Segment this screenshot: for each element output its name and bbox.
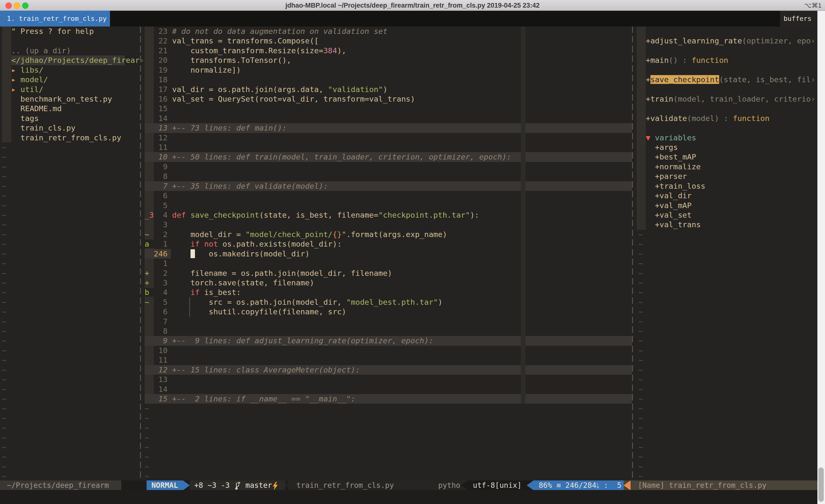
code-window[interactable]: 23 # do not do data augmentation on vali… [145, 26, 632, 481]
powerline-separator-icon [527, 481, 534, 490]
code-line[interactable]: 23 # do not do data augmentation on vali… [145, 26, 387, 36]
tag-variable[interactable]: +normalize [646, 162, 701, 172]
tag-variable[interactable]: +parser [646, 172, 687, 181]
gutter-sign-empty [145, 152, 154, 161]
code-line[interactable]: 9 +-- 9 lines: def adjust_learning_rate(… [145, 336, 632, 345]
code-line[interactable]: 13 [145, 375, 172, 384]
tree-file[interactable]: benchmark_on_test.py [11, 94, 112, 104]
code-line[interactable]: 21 custom_transform.Resize(size=384), [145, 46, 346, 56]
tag-variable[interactable]: +best_mAP [646, 152, 696, 162]
tree-file[interactable]: train_retr_from_cls.py [11, 133, 121, 143]
code-line[interactable]: a 1 if not os.path.exists(model_dir): [145, 239, 342, 249]
statusline-git[interactable]: +8 ~3 -3 master [190, 481, 285, 490]
window-separator[interactable] [140, 26, 141, 481]
empty-buffer-line: ~ [639, 442, 643, 452]
empty-buffer-line: ~ [2, 210, 7, 220]
code-line[interactable]: 5 [145, 201, 172, 210]
tree-file[interactable]: tags [11, 113, 39, 123]
chevron-left-icon: ‹ [0, 11, 5, 26]
gutter-sign-empty [145, 133, 154, 142]
gutter-sign-empty [145, 104, 154, 113]
tag-function[interactable]: +adjust_learning_rate(optimizer, epo› [646, 36, 815, 46]
code-line[interactable]: 19 normalize]) [145, 65, 241, 75]
code-line[interactable]: 17 val_dir = os.path.join(args.data, "va… [145, 85, 387, 94]
code-line[interactable]: 8 [145, 172, 172, 181]
tree-dir-model[interactable]: ▸ model/ [11, 75, 48, 84]
tag-variable[interactable]: +val_mAP [646, 201, 692, 210]
code-line[interactable]: 13 +-- 73 lines: def main(): [145, 123, 632, 133]
statusline-position[interactable]: 86% ≡ 246/284LN : 5 [533, 481, 629, 490]
code-line[interactable]: 14 [145, 385, 172, 394]
tag-variable[interactable]: +train_loss [646, 181, 705, 191]
scrollbar-thumb[interactable] [818, 468, 824, 502]
tree-dir-util[interactable]: ▸ util/ [11, 85, 44, 94]
code-line[interactable]: 6 [145, 191, 172, 200]
code-line[interactable]: 1 [145, 259, 172, 268]
tree-file[interactable]: README.md [11, 104, 62, 113]
code-line[interactable]: 3 [145, 220, 172, 230]
line-number: 9 [154, 336, 172, 345]
tag-variable[interactable]: +val_set [646, 210, 692, 220]
empty-buffer-line: ~ [2, 452, 7, 461]
code-line[interactable]: 22 val_trans = transforms.Compose([ [145, 36, 319, 46]
tag-variable[interactable]: +val_trans [646, 220, 701, 230]
code-line[interactable]: ~ 2 model_dir = "model/check_point/{}".f… [145, 230, 447, 239]
tag-function[interactable]: +train(model, train_loader, criterio› [646, 94, 815, 104]
code-line[interactable]: 12 [145, 133, 172, 143]
tag-function-highlighted[interactable]: +save_checkpoint(state, is_best, fil› [646, 75, 815, 84]
code-line[interactable]: 15 [145, 104, 172, 113]
code-line[interactable]: 7 +-- 35 lines: def validate(model): [145, 181, 632, 191]
code-line[interactable]: 11 [145, 355, 172, 365]
tree-row[interactable]: .. (up a dir) [11, 46, 71, 56]
tag-function[interactable]: +validate(model) : function [646, 113, 769, 123]
code-line[interactable]: 18 [145, 75, 172, 84]
statusline-cwd[interactable]: ~/Projects/deep_firearm [0, 481, 121, 490]
empty-buffer-line: ~ [2, 181, 7, 191]
code-line[interactable]: 20 transforms.ToTensor(), [145, 56, 291, 65]
tree-dir-libs[interactable]: ▸ libs/ [11, 65, 44, 75]
tab-active[interactable]: 1. train_retr_from_cls.py [0, 11, 110, 26]
code-line[interactable]: 7 [145, 317, 172, 326]
code-line[interactable]: 10 [145, 346, 172, 355]
code-line[interactable]: 14 [145, 113, 172, 123]
cursor-line[interactable]: 246 os.makedirs(model_dir) [145, 249, 310, 259]
scrollbar-track[interactable] [817, 11, 825, 504]
code-line[interactable]: ~ 5 src = os.path.join(model_dir, "model… [145, 298, 442, 307]
code-line[interactable]: 15 +-- 2 lines: if __name__ == "__main__… [145, 394, 632, 404]
code-line[interactable]: _3 4 def save_checkpoint(state, is_best,… [145, 210, 479, 220]
statusline-filename[interactable]: train_retr_from_cls.pypython [288, 481, 470, 490]
nerdtree-window[interactable]: " Press ? for help.. (up a dir)</jdhao/P… [11, 26, 139, 481]
tag-variable[interactable]: +val_dir [646, 191, 692, 200]
line-number: 17 [154, 85, 172, 94]
empty-buffer-line: ~ [2, 433, 7, 442]
line-number: 14 [154, 385, 172, 394]
empty-buffer-line: ~ [145, 452, 149, 461]
tree-root[interactable]: </jdhao/Projects/deep_firear› [11, 56, 144, 65]
command-line[interactable] [0, 490, 825, 504]
window-separator[interactable] [632, 26, 633, 481]
code-line[interactable]: + 3 torch.save(state, filename) [145, 278, 314, 287]
empty-buffer-line: ~ [145, 413, 149, 423]
code-line[interactable]: 6 shutil.copyfile(filename, src) [145, 307, 346, 317]
statusline-mode[interactable]: NORMAL [147, 481, 183, 490]
code-line[interactable]: 9 [145, 162, 172, 172]
code-line[interactable]: 10 +-- 50 lines: def train(model, train_… [145, 152, 632, 162]
line-number: 4 [154, 211, 172, 219]
tag-variable[interactable]: +args [646, 143, 678, 152]
statusline-encoding[interactable]: utf-8[unix] [468, 481, 527, 490]
tree-file[interactable]: train_cls.py [11, 123, 75, 133]
code-line[interactable]: 12 +-- 15 lines: class AverageMeter(obje… [145, 365, 632, 375]
tree-row[interactable]: " Press ? for help [11, 26, 94, 36]
tag-kind-variables[interactable]: ▼ variables [646, 133, 696, 143]
empty-buffer-line: ~ [639, 268, 643, 278]
code-line[interactable]: 16 val_set = QuerySet(root=val_dir, tran… [145, 94, 415, 104]
code-line[interactable]: + 2 filename = os.path.join(model_dir, f… [145, 268, 392, 278]
code-line[interactable]: 8 [145, 326, 172, 336]
empty-buffer-line: ~ [2, 326, 7, 336]
code-line[interactable]: 11 [145, 143, 172, 152]
code-line[interactable]: b 4 if is_best: [145, 287, 241, 297]
empty-buffer-line: ~ [639, 452, 643, 461]
tagbar-window[interactable]: +adjust_learning_rate(optimizer, epo›+ma… [646, 26, 818, 481]
statusline-tagbar[interactable]: [Name] train_retr_from_cls.py [630, 481, 825, 490]
tag-function[interactable]: +main() : function [646, 56, 728, 65]
